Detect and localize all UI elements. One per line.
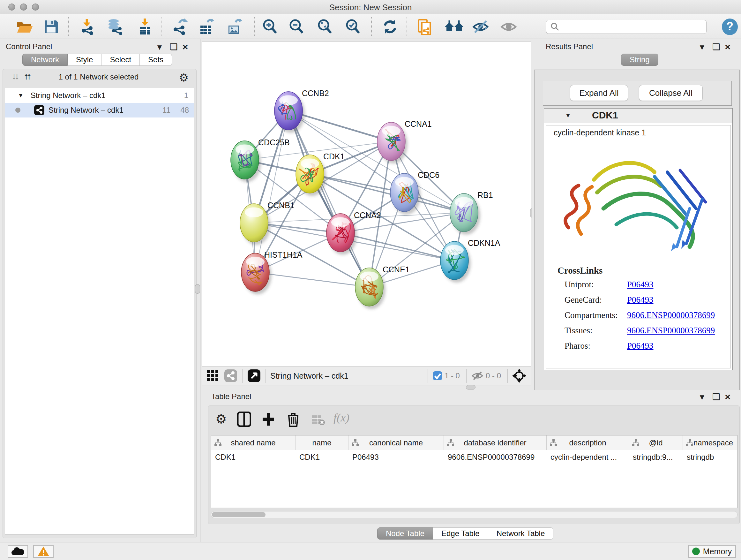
tab-sets[interactable]: Sets [140, 54, 172, 66]
network-node-ccnb1[interactable]: CCNB1 [240, 201, 294, 245]
export-network-icon[interactable] [171, 18, 188, 35]
import-network-file-icon[interactable] [79, 18, 96, 35]
table-panel: Table Panel ▼ ❑ ✕ ⚙ f(x) shared name nam… [207, 390, 741, 542]
collapse-all-networks-icon[interactable]: ⮇ [12, 72, 18, 81]
show-columns-icon[interactable] [237, 412, 251, 427]
tab-string[interactable]: String [621, 54, 658, 66]
panel-close-icon[interactable]: ✕ [182, 43, 188, 51]
crosslink-uniprot-link[interactable]: P06493 [627, 280, 654, 290]
selected-checkbox-icon[interactable] [432, 371, 443, 381]
network-node-ccnb2[interactable]: CCNB2 [274, 89, 329, 133]
pan-crosshair-icon[interactable] [512, 369, 526, 383]
zoom-selected-icon[interactable] [345, 18, 361, 35]
panel-float-icon[interactable]: ❑ [712, 392, 720, 401]
network-node-cdkn1a[interactable]: CDKN1A [441, 239, 500, 283]
network-canvas[interactable]: CCNB2CCNA1CDC25BCDK1CDC6RB1CCNB1CCNA2CDK… [202, 42, 531, 366]
hidden-node-edge-counts: 0 - 0 [486, 371, 501, 380]
export-table-icon[interactable] [198, 18, 214, 35]
network-options-gear-icon[interactable]: ⚙ [179, 71, 189, 84]
memory-button[interactable]: Memory [688, 545, 736, 558]
panel-float-icon[interactable]: ❑ [170, 42, 178, 52]
expand-all-button[interactable]: Expand All [570, 85, 628, 101]
open-session-icon[interactable] [16, 18, 32, 35]
column-header-database-identifier[interactable]: database identifier [444, 435, 547, 450]
crosslink-pharos-link[interactable]: P06493 [627, 341, 654, 351]
crosslink-compartments-link[interactable]: 9606.ENSP00000378699 [627, 310, 715, 320]
network-edge[interactable] [255, 111, 288, 272]
network-node-ccna1[interactable]: CCNA1 [377, 119, 432, 164]
network-node-ccne1[interactable]: CCNE1 [355, 265, 410, 309]
import-network-database-icon[interactable] [107, 18, 123, 35]
network-edge[interactable] [288, 111, 369, 287]
first-neighbors-icon[interactable] [444, 18, 461, 35]
hidden-eye-icon[interactable] [471, 371, 484, 381]
panel-menu-icon[interactable]: ▼ [698, 393, 706, 401]
zoom-fit-icon[interactable] [317, 18, 333, 35]
refresh-icon[interactable] [382, 18, 398, 35]
horizontal-splitter-grip[interactable] [466, 385, 475, 389]
table-panel-title: Table Panel [211, 392, 251, 401]
gene-collapse-triangle-icon[interactable]: ▼ [565, 112, 571, 119]
table-options-gear-icon[interactable]: ⚙ [215, 412, 227, 426]
warning-icon [37, 546, 50, 557]
tab-style[interactable]: Style [68, 54, 102, 66]
birds-eye-view-icon[interactable] [247, 369, 261, 383]
expand-all-networks-icon[interactable]: ⮅ [24, 72, 30, 81]
cloud-button[interactable] [8, 545, 28, 558]
panel-menu-icon[interactable]: ▼ [156, 43, 163, 51]
column-header-at-id[interactable]: @id [629, 435, 683, 450]
delete-column-icon[interactable] [287, 412, 300, 427]
crosslinks-title: CrossLinks [557, 265, 724, 276]
network-row[interactable]: String Network – cdk1 11 48 [5, 103, 194, 118]
tab-select[interactable]: Select [102, 54, 140, 66]
crosslink-tissues-link[interactable]: 9606.ENSP00000378699 [627, 326, 715, 335]
show-all-icon[interactable] [500, 18, 517, 35]
panel-float-icon[interactable]: ❑ [712, 42, 720, 52]
panel-close-icon[interactable]: ✕ [724, 393, 731, 401]
network-node-rb1[interactable]: RB1 [450, 191, 493, 235]
copy-network-icon[interactable] [417, 18, 433, 35]
warning-button[interactable] [33, 545, 54, 558]
tab-node-table[interactable]: Node Table [377, 527, 433, 540]
toolbar-separator [371, 17, 372, 36]
left-splitter-grip[interactable] [195, 284, 200, 294]
zoom-out-icon[interactable] [288, 18, 305, 35]
table-row[interactable]: CDK1 CDK1 P06493 9606.ENSP00000378699 cy… [211, 450, 737, 464]
zoom-in-icon[interactable] [262, 18, 278, 35]
column-header-namespace[interactable]: namespace [683, 435, 738, 450]
current-network-dot-icon [15, 108, 20, 113]
results-panel-title: Results Panel [546, 42, 593, 51]
export-image-icon[interactable] [226, 18, 243, 35]
scrollbar-thumb[interactable] [212, 512, 266, 517]
panel-close-icon[interactable]: ✕ [724, 43, 731, 51]
hide-selected-icon[interactable] [472, 18, 489, 35]
column-header-name[interactable]: name [295, 435, 348, 450]
tab-network-table[interactable]: Network Table [488, 527, 554, 540]
table-horizontal-scrollbar[interactable] [211, 511, 738, 518]
tab-edge-table[interactable]: Edge Table [433, 527, 488, 540]
column-header-canonical-name[interactable]: canonical name [348, 435, 444, 450]
network-node-cdc25b[interactable]: CDC25B [231, 138, 290, 182]
grid-view-icon[interactable] [206, 369, 219, 382]
panel-menu-icon[interactable]: ▼ [698, 43, 706, 51]
tab-network[interactable]: Network [22, 54, 68, 66]
network-node-ccna2[interactable]: CCNA2 [327, 211, 381, 255]
save-session-icon[interactable] [43, 18, 59, 35]
network-node-hist1h1a[interactable]: HIST1H1A [241, 250, 302, 294]
window-title: Session: New Session [0, 3, 741, 12]
network-view-panel: CCNB2CCNA1CDC25BCDK1CDC6RB1CCNB1CCNA2CDK… [201, 39, 532, 390]
add-column-icon[interactable] [261, 412, 275, 427]
help-icon[interactable]: ? [722, 18, 738, 35]
column-header-shared-name[interactable]: shared name [211, 435, 295, 450]
column-header-description[interactable]: description [547, 435, 629, 450]
network-edge[interactable] [255, 272, 369, 287]
crosslink-genecard-link[interactable]: P06493 [627, 295, 654, 305]
network-collection-row[interactable]: ▼ String Network – cdk1 1 [5, 88, 194, 103]
memory-label: Memory [703, 547, 732, 556]
network-node-cdc6[interactable]: CDC6 [390, 171, 440, 214]
search-input[interactable] [546, 20, 706, 34]
collapse-triangle-icon[interactable]: ▼ [18, 92, 23, 99]
collapse-all-button[interactable]: Collapse All [639, 85, 703, 101]
network-view-share-icon[interactable] [224, 369, 238, 383]
import-table-file-icon[interactable] [137, 18, 153, 35]
